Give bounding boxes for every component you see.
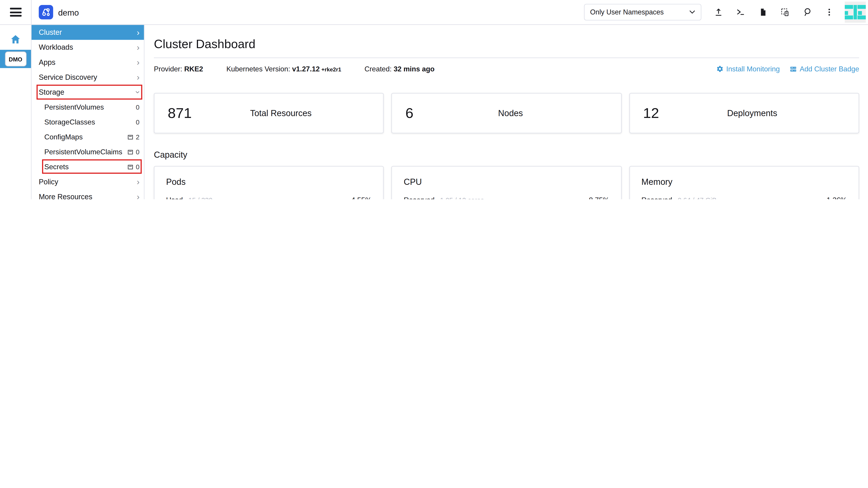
sidebar-item-more-resources[interactable]: More Resources› [32, 189, 144, 199]
kubernetes-version-info: Kubernetes Version: v1.27.12+rke2r1 [226, 65, 341, 73]
hamburger-menu-icon[interactable] [0, 0, 32, 24]
sidebar-item-configmaps[interactable]: ConfigMaps 2 [32, 129, 144, 144]
title-divider [154, 58, 859, 58]
cpu-reserved-metric: Reserved 1.05 / 12 cores 8.75% [404, 196, 609, 199]
sidebar-item-service-discovery[interactable]: Service Discovery› [32, 70, 144, 85]
rancher-cluster-dashboard: demo Only User Namespaces [0, 0, 868, 199]
cpu-capacity-card: CPU Reserved 1.05 / 12 cores 8.75% Used … [392, 166, 621, 199]
search-icon[interactable] [802, 7, 812, 17]
sidebar-item-persistentvolumeclaims[interactable]: PersistentVolumeClaims 0 [32, 144, 144, 159]
chevron-right-icon: › [137, 177, 140, 186]
upload-icon[interactable] [714, 7, 723, 17]
install-monitoring-link[interactable]: Install Monitoring [716, 65, 780, 73]
sidebar-item-cluster[interactable]: Cluster› [32, 25, 144, 40]
chevron-down-icon [689, 10, 695, 14]
cluster-manager-logo-icon[interactable] [39, 5, 53, 20]
pods-capacity-card: Pods Used 15 / 330 4.55% [154, 166, 384, 199]
cluster-name: demo [58, 7, 79, 17]
deployments-value: 12 [643, 105, 659, 122]
chevron-right-icon: › [137, 28, 140, 37]
sidebar-item-secrets[interactable]: Secrets 0 [32, 159, 144, 174]
active-cluster-strip: DMO [0, 50, 31, 68]
top-bar: demo Only User Namespaces [0, 0, 868, 25]
chevron-down-icon: › [134, 91, 143, 94]
nodes-card: 6 Nodes [392, 93, 621, 133]
sidebar-item-apps[interactable]: Apps› [32, 55, 144, 70]
sidebar-nav: Cluster› Workloads› Apps› Service Discov… [32, 24, 144, 199]
chevron-right-icon: › [137, 73, 140, 81]
main-content: Cluster Dashboard Provider: RKE2 Kuberne… [145, 24, 868, 199]
home-icon[interactable] [9, 34, 22, 45]
import-yaml-icon[interactable] [780, 7, 790, 17]
namespace-icon [127, 150, 133, 154]
glance-bar: Provider: RKE2 Kubernetes Version: v1.27… [154, 65, 859, 73]
namespace-filter-select[interactable]: Only User Namespaces [584, 4, 702, 20]
add-cluster-badge-link[interactable]: Add Cluster Badge [789, 65, 859, 73]
sidebar-item-storageclasses[interactable]: StorageClasses 0 [32, 115, 144, 129]
left-rail: DMO About [0, 24, 32, 199]
resource-count: 0 [136, 163, 140, 170]
nodes-label: Nodes [413, 108, 608, 118]
chevron-right-icon: › [137, 193, 140, 199]
summary-cards: 871 Total Resources 6 Nodes 12 Deploymen… [154, 93, 859, 133]
namespace-icon [127, 135, 133, 139]
page-title: Cluster Dashboard [154, 38, 859, 51]
resource-count: 0 [136, 103, 140, 111]
docs-file-icon[interactable] [758, 7, 768, 17]
gear-icon [716, 65, 723, 72]
namespace-icon [127, 165, 133, 169]
cluster-badge-avatar[interactable]: DMO [5, 52, 26, 66]
pods-title: Pods [166, 177, 372, 187]
capacity-heading: Capacity [154, 150, 868, 160]
namespace-filter-value: Only User Namespaces [590, 8, 689, 16]
deployments-card: 12 Deployments [629, 93, 859, 133]
brand-logo-icon [845, 2, 866, 23]
provider-info: Provider: RKE2 [154, 65, 203, 73]
memory-title: Memory [642, 177, 847, 187]
pods-used-metric: Used 15 / 330 4.55% [166, 196, 372, 199]
resource-count: 0 [136, 118, 140, 126]
total-resources-value: 871 [168, 105, 192, 122]
resource-count: 2 [136, 133, 140, 141]
sidebar-item-policy[interactable]: Policy› [32, 174, 144, 189]
sidebar: Cluster› Workloads› Apps› Service Discov… [32, 24, 145, 199]
total-resources-card: 871 Total Resources [154, 93, 384, 133]
cpu-title: CPU [404, 177, 609, 187]
memory-capacity-card: Memory Reserved 0.64 / 47 GiB 1.36% Used… [629, 166, 859, 199]
created-info: Created: 32 mins ago [364, 65, 434, 73]
chevron-right-icon: › [137, 58, 140, 66]
nodes-value: 6 [405, 105, 413, 122]
sidebar-item-workloads[interactable]: Workloads› [32, 40, 144, 55]
badge-icon [789, 65, 797, 73]
resource-count: 0 [136, 148, 140, 156]
kebab-menu-icon[interactable] [825, 7, 834, 17]
kubectl-shell-icon[interactable] [736, 7, 746, 17]
memory-reserved-metric: Reserved 0.64 / 47 GiB 1.36% [642, 196, 847, 199]
sidebar-item-persistentvolumes[interactable]: PersistentVolumes 0 [32, 100, 144, 115]
deployments-label: Deployments [659, 108, 845, 118]
chevron-right-icon: › [137, 43, 140, 52]
total-resources-label: Total Resources [192, 108, 370, 118]
sidebar-item-storage[interactable]: Storage› [32, 85, 144, 100]
capacity-cards: Pods Used 15 / 330 4.55% CPU Reserved 1.… [154, 166, 859, 199]
top-bar-actions: Only User Namespaces [584, 2, 868, 23]
